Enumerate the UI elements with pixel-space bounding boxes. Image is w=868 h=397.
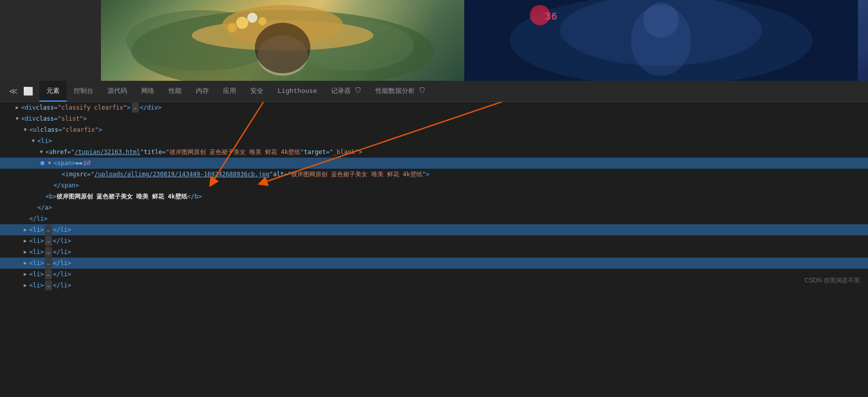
triangle-icon[interactable] <box>22 127 28 133</box>
tab-recorder[interactable]: 记录器 ⛉ <box>324 81 368 102</box>
tab-performance[interactable]: 性能 <box>161 81 189 102</box>
ellipsis[interactable]: … <box>45 269 52 279</box>
code-line-span-selected[interactable]: <span> == $0 <box>0 158 868 169</box>
devtools-toolbar: ≪ ⬜ 元素 控制台 源代码 网络 性能 内存 应用 安全 Lighthouse… <box>0 81 868 102</box>
code-line-li-2[interactable]: <li>…</li> <box>0 224 868 235</box>
code-line-div-classify[interactable]: <div class="classify clearfix">…</div> <box>0 102 868 113</box>
svg-point-7 <box>258 17 266 25</box>
image-strip: 36 36 <box>0 0 868 81</box>
svg-point-6 <box>247 13 257 23</box>
tab-application[interactable]: 应用 <box>216 81 243 102</box>
code-line-img[interactable]: <img src="/uploads/allimg/230819/143449-… <box>0 169 868 180</box>
svg-point-8 <box>228 23 237 32</box>
triangle-icon[interactable] <box>38 149 44 155</box>
svg-point-10 <box>255 23 310 73</box>
code-line-a-href[interactable]: <a href="/tupian/32163.html" title="彼岸图网… <box>0 146 868 158</box>
ellipsis[interactable]: … <box>132 103 139 113</box>
tab-bar: 元素 控制台 源代码 网络 性能 内存 应用 安全 Lighthouse 记录器… <box>39 81 866 102</box>
triangle-icon[interactable] <box>14 116 20 122</box>
triangle-icon[interactable] <box>22 238 28 244</box>
code-line-li-6[interactable]: <li>…</li> <box>0 269 868 280</box>
triangle-icon[interactable] <box>22 271 28 277</box>
tab-performance-insights[interactable]: 性能数据分析 ⛉ <box>368 81 432 102</box>
tab-elements[interactable]: 元素 <box>39 81 67 102</box>
tab-security[interactable]: 安全 <box>243 81 270 102</box>
ellipsis[interactable]: … <box>45 280 52 290</box>
ellipsis[interactable]: … <box>45 247 52 257</box>
code-line-li-5[interactable]: <li>…</li> <box>0 258 868 269</box>
triangle-icon[interactable] <box>22 249 28 255</box>
code-line-li-4[interactable]: <li>…</li> <box>0 246 868 258</box>
inspect-icon[interactable]: ≪ <box>6 84 20 98</box>
code-line-li-close[interactable]: </li> <box>0 213 868 224</box>
svg-point-5 <box>236 17 248 29</box>
code-line-li-open[interactable]: <li> <box>0 135 868 146</box>
triangle-icon[interactable] <box>22 260 28 266</box>
triangle-icon[interactable] <box>14 105 20 111</box>
image-center <box>101 0 464 81</box>
toolbar-icons: ≪ ⬜ <box>2 84 39 98</box>
ellipsis[interactable]: … <box>45 258 52 268</box>
triangle-icon[interactable] <box>30 138 36 144</box>
tab-sources[interactable]: 源代码 <box>100 81 134 102</box>
code-line-li-7[interactable]: <li>…</li> <box>0 280 868 291</box>
code-line-ul-clearfix[interactable]: <ul class="clearfix"> <box>0 124 868 135</box>
tab-memory[interactable]: 内存 <box>189 81 216 102</box>
code-panel: <div class="classify clearfix">…</div> <… <box>0 102 868 291</box>
triangle-icon[interactable] <box>22 227 28 233</box>
selected-dot <box>40 161 44 165</box>
tab-network[interactable]: 网络 <box>134 81 161 102</box>
ellipsis[interactable]: … <box>45 225 52 235</box>
code-line-a-close[interactable]: </a> <box>0 202 868 213</box>
image-left <box>0 0 101 81</box>
code-line-li-3[interactable]: <li>…</li> <box>0 235 868 246</box>
ellipsis[interactable]: … <box>45 236 52 246</box>
tab-lighthouse[interactable]: Lighthouse <box>270 81 324 102</box>
svg-point-15 <box>643 3 679 38</box>
device-icon[interactable]: ⬜ <box>21 84 35 98</box>
svg-text:36: 36 <box>535 0 544 2</box>
code-line-div-slist[interactable]: <div class="slist"> <box>0 113 868 124</box>
watermark: CSDN @黑洞是不黑 <box>804 276 860 285</box>
code-line-b-tag[interactable]: <b>彼岸图网原创 蓝色裙子美女 唯美 鲜花 4k壁纸</b> <box>0 191 868 202</box>
code-line-span-close[interactable]: </span> <box>0 180 868 191</box>
tab-console[interactable]: 控制台 <box>67 81 100 102</box>
image-right: 36 36 <box>464 0 868 81</box>
triangle-icon[interactable] <box>46 160 52 166</box>
triangle-icon[interactable] <box>22 282 28 288</box>
